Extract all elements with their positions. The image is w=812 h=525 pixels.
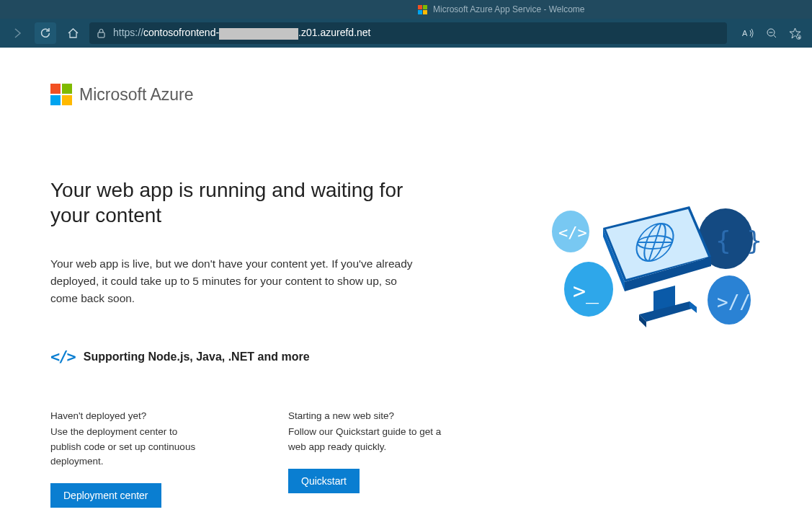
page-content: Microsoft Azure Your web app is running … xyxy=(0,48,812,525)
code-icon: </> xyxy=(50,348,75,366)
svg-text:>_: >_ xyxy=(573,278,599,304)
azure-brand: Microsoft Azure xyxy=(50,84,762,105)
deploy-card: Haven't deployed yet? Use the deployment… xyxy=(50,409,209,508)
quickstart-card: Starting a new web site? Follow our Quic… xyxy=(288,409,447,508)
svg-line-3 xyxy=(774,35,776,38)
quickstart-button[interactable]: Quickstart xyxy=(288,469,360,493)
microsoft-logo-icon xyxy=(418,5,427,14)
browser-tab-title[interactable]: Microsoft Azure App Service - Welcome xyxy=(433,4,585,14)
brand-text: Microsoft Azure xyxy=(79,85,194,105)
deploy-question: Haven't deployed yet? xyxy=(50,409,209,423)
quickstart-body: Follow our Quickstart guide to get a web… xyxy=(288,425,447,454)
svg-rect-0 xyxy=(98,32,104,38)
favorites-icon[interactable]: ✚ xyxy=(785,22,805,44)
svg-text:✚: ✚ xyxy=(797,35,800,39)
redacted-segment xyxy=(219,28,298,40)
svg-text:A: A xyxy=(742,29,748,38)
hero-illustration: { } >// xyxy=(538,192,769,350)
deployment-center-button[interactable]: Deployment center xyxy=(50,483,161,508)
supporting-text: Supporting Node.js, Java, .NET and more xyxy=(84,350,310,363)
microsoft-logo-icon xyxy=(50,84,72,105)
zoom-icon[interactable] xyxy=(762,22,782,44)
browser-toolbar: https://contosofrontend-.z01.azurefd.net… xyxy=(0,19,812,48)
svg-text:</>: </> xyxy=(558,224,587,242)
quickstart-question: Starting a new web site? xyxy=(288,409,447,423)
supporting-row: </> Supporting Node.js, Java, .NET and m… xyxy=(50,348,447,366)
address-bar[interactable]: https://contosofrontend-.z01.azurefd.net xyxy=(89,22,727,44)
forward-button[interactable] xyxy=(7,22,29,44)
home-button[interactable] xyxy=(62,22,84,44)
deploy-body: Use the deployment center to publish cod… xyxy=(50,425,209,469)
lock-icon xyxy=(97,28,106,39)
url-text: https://contosofrontend-.z01.azurefd.net xyxy=(113,27,371,39)
svg-marker-23 xyxy=(690,301,697,313)
refresh-button[interactable] xyxy=(35,22,56,44)
page-heading: Your web app is running and waiting for … xyxy=(50,177,447,228)
svg-text:{ }: { } xyxy=(715,226,762,255)
svg-text:>//: >// xyxy=(717,291,751,313)
read-aloud-icon[interactable]: A xyxy=(739,22,759,44)
browser-tab-bar: Microsoft Azure App Service - Welcome xyxy=(0,0,812,19)
page-body: Your web app is live, but we don't have … xyxy=(50,255,418,307)
